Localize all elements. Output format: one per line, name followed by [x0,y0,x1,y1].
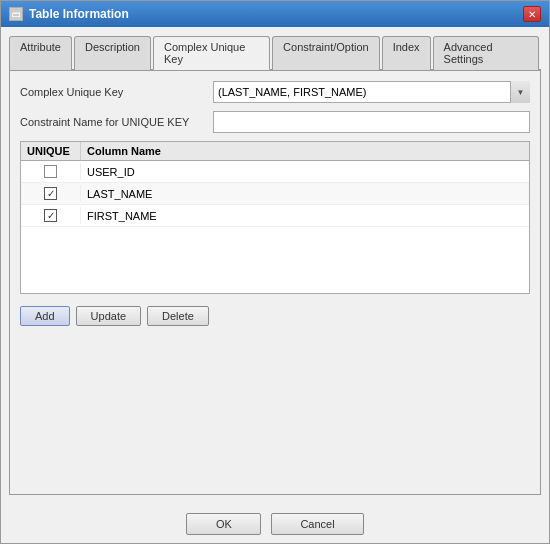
td-colname-3: FIRST_NAME [81,208,529,224]
checkbox-user-id[interactable] [44,165,57,178]
add-button[interactable]: Add [20,306,70,326]
col-header-name: Column Name [81,142,529,160]
td-unique-1 [21,163,81,180]
tab-complex-unique-key[interactable]: Complex Unique Key [153,36,270,70]
tab-advanced-settings[interactable]: Advanced Settings [433,36,539,70]
cancel-button[interactable]: Cancel [271,513,363,535]
window-icon: 🗃 [9,7,23,21]
td-colname-1: USER_ID [81,164,529,180]
checkbox-last-name[interactable] [44,187,57,200]
table-row: LAST_NAME [21,183,529,205]
td-colname-2: LAST_NAME [81,186,529,202]
complex-unique-key-select-wrapper: (LAST_NAME, FIRST_NAME) ▼ [213,81,530,103]
col-header-unique: UNIQUE [21,142,81,160]
window-title: Table Information [29,7,129,21]
td-unique-3 [21,207,81,224]
title-bar-left: 🗃 Table Information [9,7,129,21]
tab-bar: Attribute Description Complex Unique Key… [9,35,541,70]
main-window: 🗃 Table Information ✕ Attribute Descript… [0,0,550,544]
close-button[interactable]: ✕ [523,6,541,22]
tab-attribute[interactable]: Attribute [9,36,72,70]
complex-unique-key-label: Complex Unique Key [20,86,205,98]
table-header: UNIQUE Column Name [21,142,529,161]
tab-index[interactable]: Index [382,36,431,70]
table-row: FIRST_NAME [21,205,529,227]
update-button[interactable]: Update [76,306,141,326]
complex-unique-key-select[interactable]: (LAST_NAME, FIRST_NAME) [213,81,530,103]
ok-button[interactable]: OK [186,513,261,535]
tab-constraint-option[interactable]: Constraint/Option [272,36,380,70]
unique-key-table: UNIQUE Column Name USER_ID [20,141,530,294]
title-bar: 🗃 Table Information ✕ [1,1,549,27]
delete-button[interactable]: Delete [147,306,209,326]
complex-unique-key-row: Complex Unique Key (LAST_NAME, FIRST_NAM… [20,81,530,103]
tab-panel: Complex Unique Key (LAST_NAME, FIRST_NAM… [9,70,541,495]
constraint-name-label: Constraint Name for UNIQUE KEY [20,116,205,128]
constraint-name-input[interactable] [213,111,530,133]
content-area: Attribute Description Complex Unique Key… [1,27,549,503]
td-unique-2 [21,185,81,202]
table-row: USER_ID [21,161,529,183]
tab-description[interactable]: Description [74,36,151,70]
footer-buttons: OK Cancel [1,503,549,543]
table-body: USER_ID LAST_NAME FIRST_NAME [21,161,529,293]
action-buttons: Add Update Delete [20,306,530,326]
constraint-name-row: Constraint Name for UNIQUE KEY [20,111,530,133]
checkbox-first-name[interactable] [44,209,57,222]
